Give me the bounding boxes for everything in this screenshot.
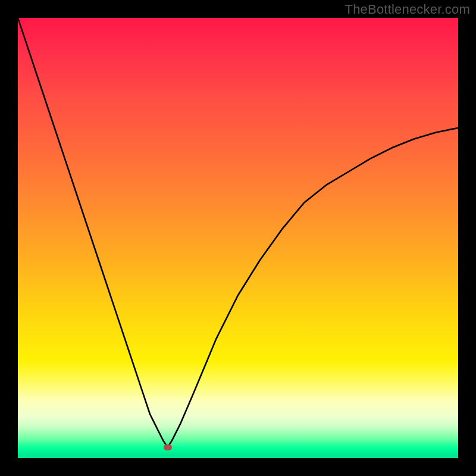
chart-frame: TheBottlenecker.com <box>0 0 476 476</box>
minimum-marker-icon <box>164 444 172 450</box>
plot-area <box>18 18 458 458</box>
watermark-text: TheBottlenecker.com <box>345 2 470 17</box>
bottleneck-curve <box>18 18 458 458</box>
